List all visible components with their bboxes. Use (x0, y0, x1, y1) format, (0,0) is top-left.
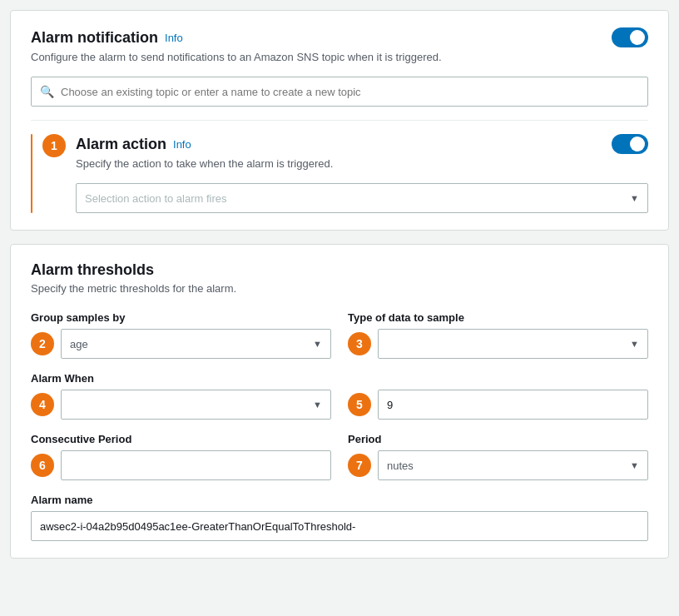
alarm-notification-toggle[interactable] (612, 27, 648, 47)
period-group: Period 7 nutes ▼ (348, 433, 648, 480)
step-4-badge: 4 (31, 393, 54, 416)
consecutive-period-group: Consecutive Period 6 (31, 433, 331, 480)
alarm-when-badge-row: 4 ▼ (31, 390, 331, 420)
alarm-when-value-input[interactable] (378, 390, 648, 420)
alarm-action-dropdown[interactable]: Selection action to alarm fires ▼ (76, 183, 648, 213)
consecutive-period-label: Consecutive Period (31, 433, 331, 445)
alarm-thresholds-description: Specify the metric thresholds for the al… (31, 282, 648, 295)
period-dropdown[interactable]: nutes ▼ (378, 450, 648, 480)
row-consecutive-period: Consecutive Period 6 Period 7 nutes ▼ (31, 433, 648, 480)
topic-search-input[interactable] (61, 86, 639, 98)
topic-search-container: 🔍 (31, 77, 648, 107)
group-samples-by-value: age (70, 338, 313, 350)
alarm-thresholds-title: Alarm thresholds (31, 261, 154, 279)
consecutive-period-input[interactable] (61, 450, 331, 480)
alarm-action-inner: 1 Alarm action Info Specify the action t… (31, 121, 648, 230)
alarm-action-description: Specify the action to take when the alar… (76, 157, 648, 170)
alarm-action-dropdown-arrow: ▼ (630, 193, 639, 203)
top-section: Alarm notification Info Configure the al… (10, 10, 669, 231)
alarm-action-header: Alarm action Info (76, 134, 648, 154)
step-7-badge: 7 (348, 454, 371, 477)
row-group-type: Group samples by 2 age ▼ Type of data to… (31, 311, 648, 359)
search-icon: 🔍 (40, 85, 54, 98)
alarm-action-title-row: Alarm action Info (76, 136, 191, 153)
group-samples-dropdown-arrow: ▼ (313, 339, 322, 349)
type-of-data-dropdown[interactable]: ▼ (378, 329, 648, 359)
step-2-badge: 2 (31, 332, 54, 355)
alarm-when-dropdown-arrow: ▼ (313, 400, 322, 410)
period-label: Period (348, 433, 648, 445)
alarm-action-title: Alarm action (76, 136, 166, 153)
alarm-notification-title-row: Alarm notification Info (31, 29, 183, 47)
alarm-thresholds-section: Alarm thresholds Specify the metric thre… (10, 244, 669, 559)
alarm-action-toggle[interactable] (612, 134, 648, 154)
alarm-notification-header: Alarm notification Info (31, 27, 648, 47)
alarm-thresholds-title-row: Alarm thresholds (31, 261, 154, 279)
group-samples-by-dropdown[interactable]: age ▼ (61, 329, 331, 359)
type-of-data-dropdown-arrow: ▼ (630, 339, 639, 349)
alarm-when-value-badge-row: 5 (348, 390, 648, 420)
type-of-data-label: Type of data to sample (348, 311, 648, 324)
alarm-when-group: Alarm When 4 ▼ (31, 372, 331, 420)
step-6-badge: 6 (31, 454, 54, 477)
group-samples-badge-row: 2 age ▼ (31, 329, 331, 359)
alarm-notification-info-link[interactable]: Info (165, 32, 183, 44)
period-badge-row: 7 nutes ▼ (348, 450, 648, 480)
alarm-thresholds-header: Alarm thresholds (31, 261, 648, 279)
alarm-notification-section: Alarm notification Info Configure the al… (31, 27, 648, 120)
period-dropdown-arrow: ▼ (630, 460, 639, 470)
alarm-notification-title: Alarm notification (31, 29, 158, 47)
group-samples-by-label: Group samples by (31, 311, 331, 324)
step-1-badge: 1 (42, 134, 66, 157)
type-of-data-badge-row: 3 ▼ (348, 329, 648, 359)
step-badge-container: 1 (32, 134, 76, 213)
alarm-name-label: Alarm name (31, 494, 648, 506)
alarm-when-dropdown[interactable]: ▼ (61, 390, 331, 420)
alarm-action-dropdown-value: Selection action to alarm fires (85, 192, 630, 205)
alarm-when-value-group: Value 5 (348, 372, 648, 420)
period-value: nutes (387, 460, 630, 472)
alarm-name-group: Alarm name (31, 494, 648, 541)
alarm-name-input[interactable] (31, 511, 648, 541)
step-5-badge: 5 (348, 393, 371, 416)
alarm-action-wrapper: 1 Alarm action Info Specify the action t… (31, 120, 648, 230)
alarm-action-content: Alarm action Info Specify the action to … (76, 134, 648, 213)
alarm-action-info-link[interactable]: Info (173, 138, 191, 151)
alarm-when-label: Alarm When (31, 372, 331, 385)
consecutive-period-badge-row: 6 (31, 450, 331, 480)
alarm-notification-description: Configure the alarm to send notification… (31, 51, 648, 63)
step-3-badge: 3 (348, 332, 371, 355)
row-alarm-when: Alarm When 4 ▼ Value 5 (31, 372, 648, 420)
group-samples-by-group: Group samples by 2 age ▼ (31, 311, 331, 359)
type-of-data-group: Type of data to sample 3 ▼ (348, 311, 648, 359)
